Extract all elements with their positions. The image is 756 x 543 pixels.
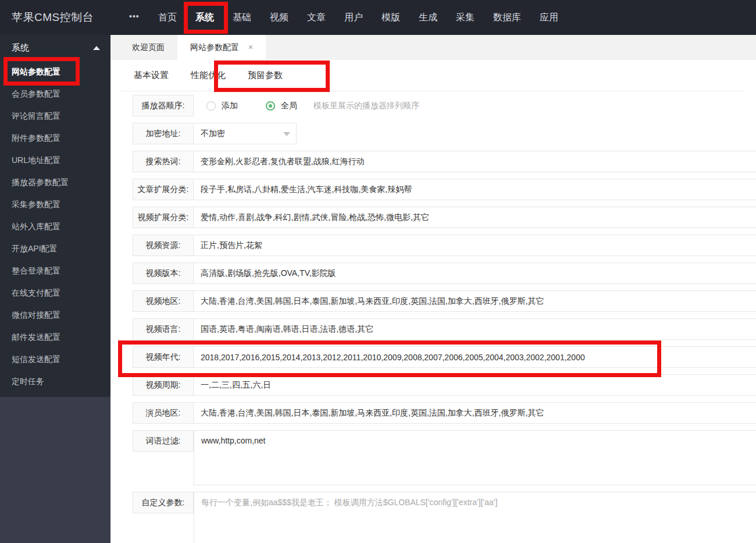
video-ext-categories-input[interactable] — [194, 207, 756, 228]
encrypt-url-select[interactable]: 不加密 — [194, 123, 297, 144]
sidebar-item-online-payment[interactable]: 在线支付配置 — [0, 282, 110, 304]
sidebar-group-system[interactable]: 系统 — [0, 35, 110, 61]
page-tabstrip: 欢迎页面 网站参数配置 × — [110, 35, 756, 60]
custom-params-label: 自定义参数: — [133, 492, 194, 513]
settings-subtabs: 基本设置 性能优化 预留参数 — [119, 60, 744, 91]
top-navigation: 首页 系统 基础 视频 文章 用户 模版 生成 采集 数据库 应用 — [149, 0, 568, 35]
radio-global[interactable]: 全局 — [266, 101, 297, 111]
nav-item-user[interactable]: 用户 — [335, 0, 372, 35]
sidebar-item-scheduled-tasks[interactable]: 定时任务 — [0, 370, 110, 392]
row-player-order: 播放器顺序: 添加 全局 模板里展示的播放器排列顺序 — [133, 95, 756, 116]
row-video-weekdays: 视频周期: — [133, 374, 756, 396]
player-order-options: 添加 全局 模板里展示的播放器排列顺序 — [194, 95, 419, 116]
sidebar-item-url-config[interactable]: URL地址配置 — [0, 149, 110, 171]
radio-checked-icon[interactable] — [266, 101, 275, 111]
video-weekdays-label: 视频周期: — [133, 374, 194, 396]
reserved-params-form: 播放器顺序: 添加 全局 模板里展示的播放器排列顺序 加密地址: 不加密 — [133, 95, 756, 543]
encrypt-url-selected-value: 不加密 — [201, 129, 225, 139]
row-search-hotwords: 搜索热词: — [133, 151, 756, 172]
sidebar-item-email-config[interactable]: 邮件发送配置 — [0, 326, 110, 348]
nav-item-database[interactable]: 数据库 — [484, 0, 530, 35]
row-video-years: 视频年代: — [133, 346, 756, 368]
video-regions-label: 视频地区: — [133, 290, 194, 312]
video-versions-label: 视频版本: — [133, 262, 194, 284]
sidebar-item-open-api[interactable]: 开放API配置 — [0, 237, 110, 260]
radio-global-label: 全局 — [281, 101, 297, 111]
radio-add-label: 添加 — [222, 101, 238, 111]
video-years-label: 视频年代: — [133, 346, 194, 368]
search-hotwords-input[interactable] — [194, 151, 756, 172]
nav-item-article[interactable]: 文章 — [298, 0, 335, 35]
sidebar-item-member-params[interactable]: 会员参数配置 — [0, 83, 110, 105]
nav-item-collect[interactable]: 采集 — [447, 0, 484, 35]
sidebar-menu-system: 系统 网站参数配置 会员参数配置 评论留言配置 附件参数配置 URL地址配置 播… — [0, 35, 110, 397]
topbar: 苹果CMS控制台 ••• 首页 系统 基础 视频 文章 用户 模版 生成 采集 … — [0, 0, 756, 35]
subtab-basic-settings[interactable]: 基本设置 — [128, 70, 174, 81]
video-resources-input[interactable] — [194, 235, 756, 256]
sidebar-item-wechat-config[interactable]: 微信对接配置 — [0, 304, 110, 326]
nav-item-generate[interactable]: 生成 — [409, 0, 447, 35]
video-versions-input[interactable] — [194, 262, 756, 284]
sidebar-group-label: 系统 — [12, 42, 29, 52]
video-years-input[interactable] — [194, 346, 756, 368]
sidebar: 系统 网站参数配置 会员参数配置 评论留言配置 附件参数配置 URL地址配置 播… — [0, 35, 110, 543]
tab-welcome[interactable]: 欢迎页面 — [119, 35, 177, 60]
sidebar-item-integrated-login[interactable]: 整合登录配置 — [0, 260, 110, 282]
row-encrypt-url: 加密地址: 不加密 — [133, 123, 756, 144]
tab-site-params[interactable]: 网站参数配置 × — [177, 35, 266, 60]
video-regions-input[interactable] — [194, 290, 756, 312]
nav-item-app[interactable]: 应用 — [530, 0, 568, 35]
sidebar-item-attachment-params[interactable]: 附件参数配置 — [0, 127, 110, 149]
row-video-resources: 视频资源: — [133, 235, 756, 256]
nav-item-template[interactable]: 模版 — [372, 0, 409, 35]
video-weekdays-input[interactable] — [194, 374, 756, 396]
row-video-languages: 视频语言: — [133, 318, 756, 340]
word-filter-label: 词语过滤: — [133, 430, 194, 452]
sidebar-item-comment-config[interactable]: 评论留言配置 — [0, 105, 110, 127]
custom-params-textarea[interactable] — [194, 492, 756, 543]
actor-regions-input[interactable] — [194, 402, 756, 424]
article-ext-categories-label: 文章扩展分类: — [133, 179, 194, 200]
nav-item-home[interactable]: 首页 — [149, 0, 186, 35]
player-order-hint: 模板里展示的播放器排列顺序 — [313, 101, 419, 111]
video-resources-label: 视频资源: — [133, 235, 194, 256]
sidebar-item-player-params[interactable]: 播放器参数配置 — [0, 171, 110, 193]
close-tab-icon[interactable]: × — [248, 42, 253, 52]
encrypt-url-label: 加密地址: — [133, 123, 194, 144]
search-hotwords-label: 搜索热词: — [133, 151, 194, 172]
row-actor-regions: 演员地区: — [133, 402, 756, 424]
sidebar-item-external-import[interactable]: 站外入库配置 — [0, 215, 110, 237]
actor-regions-label: 演员地区: — [133, 402, 194, 424]
sidebar-item-collect-params[interactable]: 采集参数配置 — [0, 193, 110, 215]
nav-item-video[interactable]: 视频 — [261, 0, 298, 35]
nav-item-basic[interactable]: 基础 — [223, 0, 261, 35]
sidebar-item-site-params[interactable]: 网站参数配置 — [0, 61, 110, 83]
radio-unchecked-icon[interactable] — [206, 101, 216, 111]
row-word-filter: 词语过滤: www,http,com,net — [133, 430, 756, 485]
caret-down-icon — [283, 132, 290, 136]
row-video-regions: 视频地区: — [133, 290, 756, 312]
video-languages-label: 视频语言: — [133, 318, 194, 340]
radio-add[interactable]: 添加 — [206, 101, 238, 111]
nav-item-system[interactable]: 系统 — [186, 0, 223, 35]
subtab-performance[interactable]: 性能优化 — [185, 70, 231, 81]
word-filter-textarea[interactable]: www,http,com,net — [194, 430, 756, 485]
player-order-label: 播放器顺序: — [133, 95, 194, 116]
tab-site-params-label: 网站参数配置 — [190, 42, 239, 52]
collapse-menu-icon[interactable]: ••• — [129, 0, 140, 35]
subtab-reserved-params[interactable]: 预留参数 — [242, 70, 288, 81]
article-ext-categories-input[interactable] — [194, 179, 756, 200]
video-ext-categories-label: 视频扩展分类: — [133, 207, 194, 228]
row-video-versions: 视频版本: — [133, 262, 756, 284]
video-languages-input[interactable] — [194, 318, 756, 340]
main-content: 欢迎页面 网站参数配置 × 基本设置 性能优化 预留参数 播放器顺序: 添加 全… — [110, 35, 756, 543]
row-article-ext-categories: 文章扩展分类: — [133, 179, 756, 200]
caret-up-icon — [93, 46, 100, 50]
row-video-ext-categories: 视频扩展分类: — [133, 207, 756, 228]
sidebar-item-sms-config[interactable]: 短信发送配置 — [0, 348, 110, 370]
app-title: 苹果CMS控制台 — [12, 0, 94, 35]
row-custom-params: 自定义参数: — [133, 492, 756, 543]
